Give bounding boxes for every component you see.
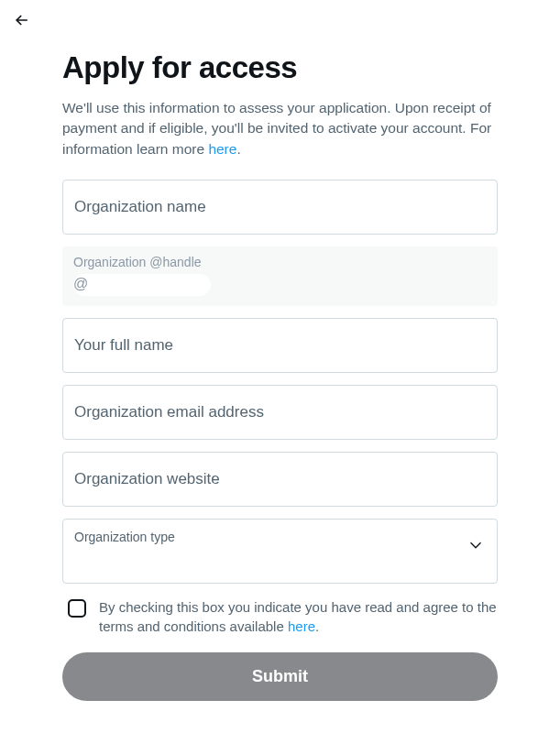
terms-checkbox[interactable] xyxy=(68,599,86,618)
org-handle-label: Organization @handle xyxy=(73,255,487,269)
terms-row: By checking this box you indicate you ha… xyxy=(62,597,498,636)
org-type-select[interactable]: Organization type xyxy=(62,519,498,584)
org-type-label: Organization type xyxy=(74,530,175,544)
page-description: We'll use this information to assess you… xyxy=(62,98,498,159)
submit-button[interactable]: Submit xyxy=(62,652,498,701)
page-title: Apply for access xyxy=(62,50,498,85)
terms-text: By checking this box you indicate you ha… xyxy=(99,597,498,636)
handle-prefix: @ xyxy=(73,276,88,291)
org-website-label: Organization website xyxy=(74,470,220,488)
description-text: We'll use this information to assess you… xyxy=(62,100,491,157)
org-website-input[interactable]: Organization website xyxy=(62,452,498,507)
description-text-post: . xyxy=(236,141,240,157)
org-name-label: Organization name xyxy=(74,198,206,216)
learn-more-link[interactable]: here xyxy=(208,141,236,157)
handle-pill: @ xyxy=(73,274,211,296)
org-email-input[interactable]: Organization email address xyxy=(62,385,498,440)
form-container: Apply for access We'll use this informat… xyxy=(0,0,560,719)
full-name-label: Your full name xyxy=(74,336,173,355)
back-button[interactable] xyxy=(9,7,35,37)
chevron-down-icon xyxy=(466,535,486,559)
terms-link[interactable]: here xyxy=(288,618,315,634)
org-handle-input[interactable]: Organization @handle @ xyxy=(62,246,498,306)
terms-text-post: . xyxy=(315,618,319,634)
org-email-label: Organization email address xyxy=(74,403,264,421)
arrow-left-icon xyxy=(13,16,31,32)
full-name-input[interactable]: Your full name xyxy=(62,318,498,373)
org-name-input[interactable]: Organization name xyxy=(62,180,498,235)
